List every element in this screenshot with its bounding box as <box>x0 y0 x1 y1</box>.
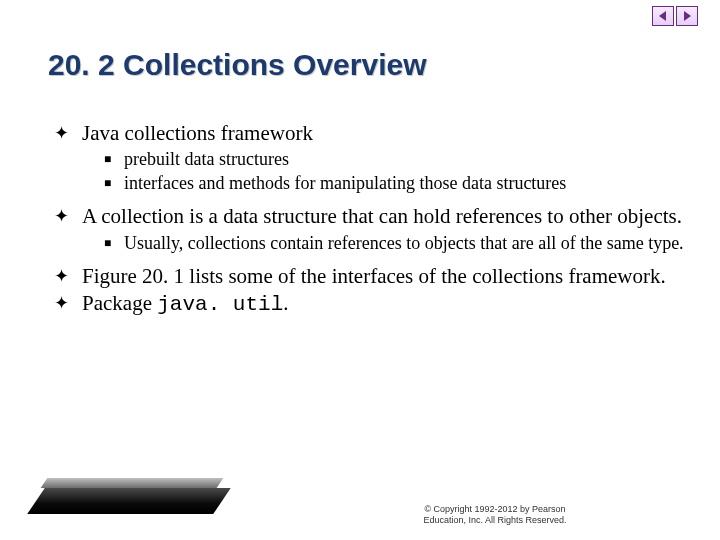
square-bullet-icon: ■ <box>104 148 124 171</box>
list-item: ✦ Java collections framework <box>54 120 684 146</box>
bullet-icon: ✦ <box>54 290 82 318</box>
copyright-line: Education, Inc. All Rights Reserved. <box>380 515 610 526</box>
list-item: ■ interfaces and methods for manipulatin… <box>104 172 684 195</box>
svg-marker-0 <box>659 11 666 21</box>
nav-arrows <box>652 6 698 26</box>
bullet-text: Package java. util. <box>82 290 684 318</box>
arrow-left-icon <box>657 10 669 22</box>
list-item: ■ Usually, collections contain reference… <box>104 232 684 255</box>
text-span: . <box>283 291 288 315</box>
list-item: ✦ Figure 20. 1 lists some of the interfa… <box>54 263 684 289</box>
bullet-text: Figure 20. 1 lists some of the interface… <box>82 263 684 289</box>
square-bullet-icon: ■ <box>104 172 124 195</box>
nav-next-button[interactable] <box>676 6 698 26</box>
bullet-text: Java collections framework <box>82 120 684 146</box>
list-item: ■ prebuilt data structures <box>104 148 684 171</box>
svg-marker-1 <box>684 11 691 21</box>
sub-list: ■ prebuilt data structures ■ interfaces … <box>104 148 684 195</box>
square-bullet-icon: ■ <box>104 232 124 255</box>
bullet-icon: ✦ <box>54 203 82 229</box>
list-item: ✦ Package java. util. <box>54 290 684 318</box>
slide-title: 20. 2 Collections Overview <box>48 48 427 82</box>
decorative-accent <box>0 478 230 518</box>
sub-list: ■ Usually, collections contain reference… <box>104 232 684 255</box>
nav-prev-button[interactable] <box>652 6 674 26</box>
bullet-text: A collection is a data structure that ca… <box>82 203 684 229</box>
bullet-text: prebuilt data structures <box>124 148 684 171</box>
copyright-footer: © Copyright 1992-2012 by Pearson Educati… <box>380 504 610 527</box>
arrow-right-icon <box>681 10 693 22</box>
bullet-text: Usually, collections contain references … <box>124 232 684 255</box>
code-span: java. util <box>157 293 283 316</box>
bullet-text: interfaces and methods for manipulating … <box>124 172 684 195</box>
copyright-line: © Copyright 1992-2012 by Pearson <box>380 504 610 515</box>
bullet-icon: ✦ <box>54 120 82 146</box>
bullet-icon: ✦ <box>54 263 82 289</box>
slide-content: ✦ Java collections framework ■ prebuilt … <box>54 120 684 319</box>
text-span: Package <box>82 291 157 315</box>
list-item: ✦ A collection is a data structure that … <box>54 203 684 229</box>
